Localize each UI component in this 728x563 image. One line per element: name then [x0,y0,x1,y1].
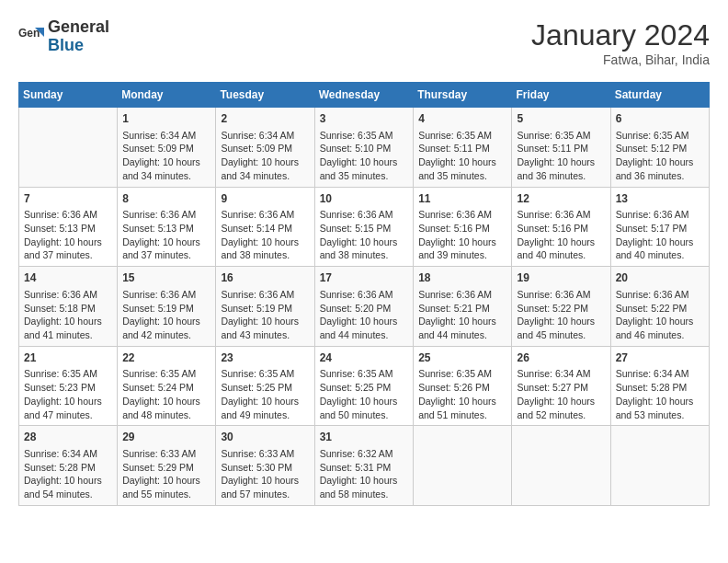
cell-content: Sunrise: 6:34 AM Sunset: 5:09 PM Dayligh… [221,129,309,183]
day-header-monday: Monday [118,83,216,108]
calendar-cell: 9Sunrise: 6:36 AM Sunset: 5:14 PM Daylig… [216,187,314,267]
calendar-table: SundayMondayTuesdayWednesdayThursdayFrid… [18,82,710,506]
cell-content: Sunrise: 6:36 AM Sunset: 5:16 PM Dayligh… [517,208,605,262]
cell-content: Sunrise: 6:35 AM Sunset: 5:25 PM Dayligh… [320,367,409,421]
logo-line1: General [48,18,109,37]
cell-content: Sunrise: 6:35 AM Sunset: 5:11 PM Dayligh… [418,129,506,183]
day-number: 5 [517,111,605,127]
cell-content: Sunrise: 6:36 AM Sunset: 5:17 PM Dayligh… [616,208,704,262]
title-block: January 2024 Fatwa, Bihar, India [531,18,710,67]
cell-content: Sunrise: 6:35 AM Sunset: 5:26 PM Dayligh… [418,367,506,421]
cell-content: Sunrise: 6:35 AM Sunset: 5:24 PM Dayligh… [122,367,210,421]
cell-content: Sunrise: 6:32 AM Sunset: 5:31 PM Dayligh… [320,447,409,501]
day-number: 31 [320,430,409,445]
day-number: 24 [320,350,409,366]
day-header-wednesday: Wednesday [314,83,414,108]
calendar-cell: 10Sunrise: 6:36 AM Sunset: 5:15 PM Dayli… [314,187,414,267]
cell-content: Sunrise: 6:36 AM Sunset: 5:21 PM Dayligh… [418,288,506,342]
week-row-1: 1Sunrise: 6:34 AM Sunset: 5:09 PM Daylig… [19,108,710,188]
week-row-4: 21Sunrise: 6:35 AM Sunset: 5:23 PM Dayli… [19,346,710,426]
day-number: 20 [616,270,704,286]
cell-content: Sunrise: 6:36 AM Sunset: 5:14 PM Dayligh… [221,208,309,262]
day-number: 19 [517,270,605,286]
day-number: 15 [122,270,210,286]
calendar-cell: 25Sunrise: 6:35 AM Sunset: 5:26 PM Dayli… [414,346,512,426]
day-number: 7 [24,191,112,207]
calendar-cell: 14Sunrise: 6:36 AM Sunset: 5:18 PM Dayli… [19,267,118,347]
calendar-cell: 16Sunrise: 6:36 AM Sunset: 5:19 PM Dayli… [216,267,314,347]
day-number: 30 [221,430,309,445]
cell-content: Sunrise: 6:36 AM Sunset: 5:13 PM Dayligh… [24,208,112,262]
calendar-cell: 27Sunrise: 6:34 AM Sunset: 5:28 PM Dayli… [610,346,709,426]
calendar-cell: 13Sunrise: 6:36 AM Sunset: 5:17 PM Dayli… [610,187,709,267]
week-row-2: 7Sunrise: 6:36 AM Sunset: 5:13 PM Daylig… [19,187,710,267]
day-header-tuesday: Tuesday [216,83,314,108]
day-number: 23 [221,350,309,366]
cell-content: Sunrise: 6:35 AM Sunset: 5:12 PM Dayligh… [616,129,704,183]
cell-content: Sunrise: 6:36 AM Sunset: 5:20 PM Dayligh… [320,288,409,342]
day-number: 2 [221,111,309,127]
calendar-cell: 20Sunrise: 6:36 AM Sunset: 5:22 PM Dayli… [610,267,709,347]
cell-content: Sunrise: 6:36 AM Sunset: 5:15 PM Dayligh… [320,208,409,262]
day-number: 14 [24,270,112,286]
calendar-cell: 5Sunrise: 6:35 AM Sunset: 5:11 PM Daylig… [512,108,610,188]
calendar-cell: 31Sunrise: 6:32 AM Sunset: 5:31 PM Dayli… [314,426,414,506]
cell-content: Sunrise: 6:36 AM Sunset: 5:13 PM Dayligh… [122,208,210,262]
location-subtitle: Fatwa, Bihar, India [531,52,710,67]
cell-content: Sunrise: 6:34 AM Sunset: 5:28 PM Dayligh… [24,447,112,501]
day-number: 27 [616,350,704,366]
cell-content: Sunrise: 6:33 AM Sunset: 5:30 PM Dayligh… [221,447,309,501]
day-header-sunday: Sunday [19,83,118,108]
day-header-friday: Friday [512,83,610,108]
day-number: 21 [24,350,112,366]
cell-content: Sunrise: 6:36 AM Sunset: 5:22 PM Dayligh… [616,288,704,342]
day-number: 11 [418,191,506,207]
logo: Gen General Blue [18,18,109,55]
calendar-cell: 1Sunrise: 6:34 AM Sunset: 5:09 PM Daylig… [118,108,216,188]
logo-icon: Gen [18,24,44,50]
calendar-cell: 28Sunrise: 6:34 AM Sunset: 5:28 PM Dayli… [19,426,118,506]
day-number: 29 [122,430,210,445]
cell-content: Sunrise: 6:34 AM Sunset: 5:28 PM Dayligh… [616,367,704,421]
day-number: 22 [122,350,210,366]
cell-content: Sunrise: 6:36 AM Sunset: 5:16 PM Dayligh… [418,208,506,262]
calendar-cell: 24Sunrise: 6:35 AM Sunset: 5:25 PM Dayli… [314,346,414,426]
day-number: 26 [517,350,605,366]
cell-content: Sunrise: 6:35 AM Sunset: 5:25 PM Dayligh… [221,367,309,421]
day-header-saturday: Saturday [610,83,709,108]
day-header-thursday: Thursday [414,83,512,108]
day-number: 6 [616,111,704,127]
day-number: 16 [221,270,309,286]
cell-content: Sunrise: 6:36 AM Sunset: 5:19 PM Dayligh… [122,288,210,342]
day-number: 13 [616,191,704,207]
cell-content: Sunrise: 6:35 AM Sunset: 5:23 PM Dayligh… [24,367,112,421]
calendar-cell: 4Sunrise: 6:35 AM Sunset: 5:11 PM Daylig… [414,108,512,188]
calendar-cell: 15Sunrise: 6:36 AM Sunset: 5:19 PM Dayli… [118,267,216,347]
calendar-cell: 11Sunrise: 6:36 AM Sunset: 5:16 PM Dayli… [414,187,512,267]
cell-content: Sunrise: 6:33 AM Sunset: 5:29 PM Dayligh… [122,447,210,501]
cell-content: Sunrise: 6:36 AM Sunset: 5:22 PM Dayligh… [517,288,605,342]
calendar-cell: 3Sunrise: 6:35 AM Sunset: 5:10 PM Daylig… [314,108,414,188]
cell-content: Sunrise: 6:34 AM Sunset: 5:27 PM Dayligh… [517,367,605,421]
calendar-cell: 21Sunrise: 6:35 AM Sunset: 5:23 PM Dayli… [19,346,118,426]
day-number: 25 [418,350,506,366]
day-number: 17 [320,270,409,286]
calendar-cell [414,426,512,506]
calendar-cell: 22Sunrise: 6:35 AM Sunset: 5:24 PM Dayli… [118,346,216,426]
day-number: 18 [418,270,506,286]
calendar-cell: 26Sunrise: 6:34 AM Sunset: 5:27 PM Dayli… [512,346,610,426]
header-row: SundayMondayTuesdayWednesdayThursdayFrid… [19,83,710,108]
day-number: 3 [320,111,409,127]
cell-content: Sunrise: 6:36 AM Sunset: 5:18 PM Dayligh… [24,288,112,342]
calendar-cell: 19Sunrise: 6:36 AM Sunset: 5:22 PM Dayli… [512,267,610,347]
calendar-cell: 12Sunrise: 6:36 AM Sunset: 5:16 PM Dayli… [512,187,610,267]
day-number: 28 [24,430,112,445]
calendar-cell [512,426,610,506]
calendar-cell: 6Sunrise: 6:35 AM Sunset: 5:12 PM Daylig… [610,108,709,188]
cell-content: Sunrise: 6:35 AM Sunset: 5:10 PM Dayligh… [320,129,409,183]
day-number: 1 [122,111,210,127]
calendar-cell: 30Sunrise: 6:33 AM Sunset: 5:30 PM Dayli… [216,426,314,506]
cell-content: Sunrise: 6:35 AM Sunset: 5:11 PM Dayligh… [517,129,605,183]
week-row-3: 14Sunrise: 6:36 AM Sunset: 5:18 PM Dayli… [19,267,710,347]
cell-content: Sunrise: 6:36 AM Sunset: 5:19 PM Dayligh… [221,288,309,342]
